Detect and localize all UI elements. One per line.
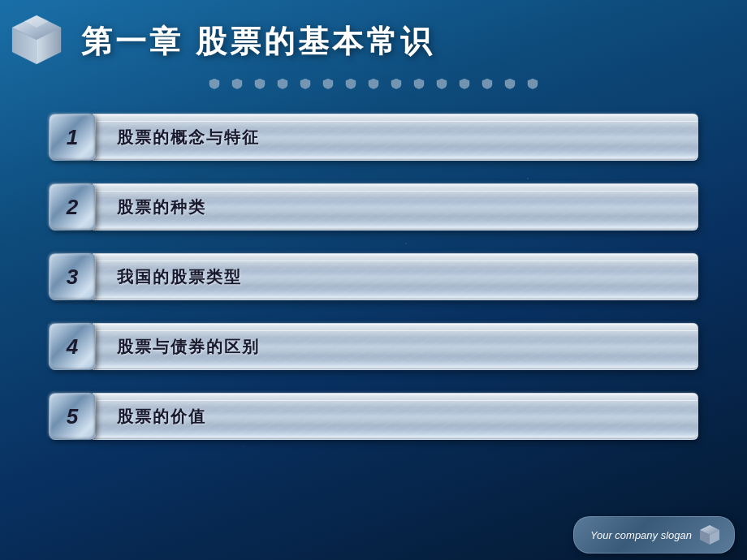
slogan-cube-icon [698,523,721,546]
shield-icon-10 [413,78,425,89]
shield-icon-1 [209,78,220,89]
shield-icon-6 [322,78,334,89]
shield-icon-8 [368,78,379,89]
shield-icon-3 [254,78,266,89]
menu-item-1[interactable]: 1 股票的概念与特征 [49,109,698,166]
main-content: 1 股票的概念与特征 2 股票的种类 3 我国的股票类型 4 股票与债券的区别 [0,93,747,461]
bar-text-3: 我国的股票类型 [117,266,242,288]
slogan-text: Your company slogan [590,529,692,541]
page-title: 第一章 股票的基本常识 [81,21,434,62]
bar-text-1: 股票的概念与特征 [117,127,260,149]
bar-text-2: 股票的种类 [117,196,206,218]
shield-icon-5 [300,78,311,89]
silver-bar-1: 股票的概念与特征 [93,114,698,161]
header: 第一章 股票的基本常识 [0,0,747,73]
silver-bar-4: 股票与债券的区别 [93,323,698,370]
shield-icon-4 [277,78,288,89]
number-badge-2: 2 [49,183,96,230]
bar-text-5: 股票的价值 [117,406,206,428]
shield-icon-15 [527,78,538,89]
shield-icon-14 [504,78,516,89]
menu-item-2[interactable]: 2 股票的种类 [49,179,698,235]
shield-icon-9 [391,78,402,89]
menu-item-3[interactable]: 3 我国的股票类型 [49,248,698,305]
shield-icon-13 [481,78,493,89]
number-badge-3: 3 [49,253,96,300]
footer: Your company slogan [561,510,747,560]
number-badge-4: 4 [49,323,96,370]
silver-bar-2: 股票的种类 [93,183,698,230]
silver-bar-5: 股票的价值 [93,393,698,440]
shield-icon-2 [231,78,243,89]
menu-item-5[interactable]: 5 股票的价值 [49,388,698,445]
slogan-badge: Your company slogan [573,516,735,554]
bar-text-4: 股票与债券的区别 [117,336,260,358]
shield-icon-11 [436,78,447,89]
logo-cube [8,11,73,72]
menu-item-4[interactable]: 4 股票与债券的区别 [49,318,698,375]
number-badge-1: 1 [49,114,96,161]
shield-icon-12 [459,78,470,89]
number-badge-5: 5 [49,393,96,440]
dots-row [0,75,747,93]
silver-bar-3: 我国的股票类型 [93,253,698,300]
shield-icon-7 [345,78,356,89]
